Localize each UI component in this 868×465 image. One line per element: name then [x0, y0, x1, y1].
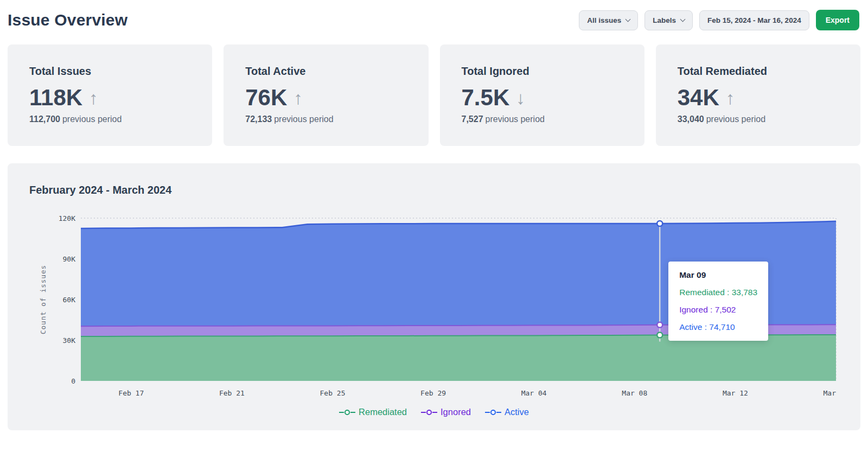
date-range-picker[interactable]: Feb 15, 2024 - Mar 16, 2024 [699, 10, 809, 30]
chart-tooltip: Mar 09 Remediated : 33,783Ignored : 7,50… [668, 262, 768, 341]
trend-up-icon: ↑ [726, 89, 735, 107]
export-button-label: Export [826, 16, 850, 24]
svg-text:30K: 30K [63, 336, 76, 345]
tooltip-date: Mar 09 [679, 270, 757, 280]
svg-text:Feb 17: Feb 17 [118, 389, 144, 397]
page-title: Issue Overview [8, 11, 127, 29]
trend-up-icon: ↑ [293, 89, 303, 107]
card-previous-value: 112,700 [29, 114, 60, 124]
chart-legend: RemediatedIgnoredActive [29, 407, 839, 417]
tooltip-row-active: Active : 74,710 [679, 322, 757, 332]
x-axis: Feb 17Feb 21Feb 25Feb 29Mar 04Mar 08Mar … [118, 389, 839, 397]
tooltip-rows: Remediated : 33,783Ignored : 7,502Active… [679, 288, 757, 332]
legend-label: Remediated [359, 407, 407, 417]
card-title: Total Ignored [462, 65, 623, 78]
stat-cards-row: Total Issues 118K ↑ 112,700previous peri… [0, 39, 868, 146]
stat-card-total-issues: Total Issues 118K ↑ 112,700previous peri… [8, 44, 212, 146]
stat-card-total-active: Total Active 76K ↑ 72,133previous period [224, 44, 428, 146]
trend-down-icon: ↓ [516, 89, 525, 107]
chevron-down-icon [680, 16, 686, 22]
stat-card-total-remediated: Total Remediated 34K ↑ 33,040previous pe… [656, 44, 860, 146]
legend-item-active[interactable]: Active [485, 407, 529, 417]
card-previous-label: previous period [62, 114, 122, 124]
legend-marker-icon [421, 409, 437, 416]
all-issues-filter[interactable]: All issues [579, 10, 638, 30]
card-previous-value: 33,040 [678, 114, 704, 124]
legend-label: Active [505, 407, 529, 417]
labels-filter[interactable]: Labels [644, 10, 693, 30]
chart-card: February 2024 - March 2024 030K60K90K120… [8, 163, 860, 430]
legend-marker-icon [485, 409, 501, 416]
date-range-label: Feb 15, 2024 - Mar 16, 2024 [707, 16, 801, 24]
chevron-down-icon [626, 16, 631, 22]
tooltip-row-remediated: Remediated : 33,783 [679, 288, 757, 297]
svg-text:Mar 08: Mar 08 [622, 389, 647, 397]
svg-text:0: 0 [71, 377, 75, 385]
svg-text:90K: 90K [63, 255, 76, 263]
card-previous-label: previous period [486, 114, 545, 124]
card-previous-label: previous period [274, 114, 333, 124]
svg-text:Feb 25: Feb 25 [320, 389, 346, 397]
card-previous-value: 72,133 [245, 114, 272, 124]
header: Issue Overview All issues Labels Feb 15,… [0, 0, 868, 39]
svg-text:Feb 29: Feb 29 [420, 389, 446, 397]
svg-text:Mar 12: Mar 12 [723, 389, 748, 397]
svg-text:Mar 04: Mar 04 [521, 389, 547, 397]
card-title: Total Issues [29, 65, 190, 78]
svg-text:Feb 21: Feb 21 [219, 389, 245, 397]
legend-marker-icon [339, 409, 355, 416]
legend-item-ignored[interactable]: Ignored [421, 407, 471, 417]
svg-text:Count of issues: Count of issues [39, 265, 47, 334]
svg-text:60K: 60K [63, 296, 76, 304]
legend-item-remediated[interactable]: Remediated [339, 407, 407, 417]
all-issues-filter-label: All issues [587, 16, 621, 24]
svg-text:120K: 120K [59, 214, 75, 222]
card-previous-value: 7,527 [462, 114, 483, 124]
chart-title: February 2024 - March 2024 [29, 184, 839, 196]
trend-up-icon: ↑ [89, 89, 98, 107]
card-value: 118K [29, 86, 82, 109]
card-value: 7.5K [462, 86, 510, 109]
card-value: 76K [245, 86, 287, 109]
labels-filter-label: Labels [653, 16, 676, 24]
card-previous: 33,040previous period [678, 114, 839, 124]
card-previous: 112,700previous period [29, 114, 190, 124]
y-axis: 030K60K90K120KCount of issues [39, 214, 75, 385]
card-title: Total Remediated [678, 65, 839, 78]
card-previous: 72,133previous period [245, 114, 406, 124]
stat-card-total-ignored: Total Ignored 7.5K ↓ 7,527previous perio… [440, 44, 644, 146]
tooltip-row-ignored: Ignored : 7,502 [679, 305, 757, 315]
legend-label: Ignored [441, 407, 471, 417]
header-controls: All issues Labels Feb 15, 2024 - Mar 16,… [579, 10, 859, 30]
card-title: Total Active [245, 65, 406, 78]
card-value: 34K [678, 86, 719, 109]
svg-text:Mar 16: Mar 16 [824, 389, 839, 397]
chart-area: 030K60K90K120KCount of issuesFeb 17Feb 2… [29, 212, 839, 400]
card-previous: 7,527previous period [462, 114, 623, 124]
card-previous-label: previous period [706, 114, 765, 124]
export-button[interactable]: Export [816, 10, 859, 30]
